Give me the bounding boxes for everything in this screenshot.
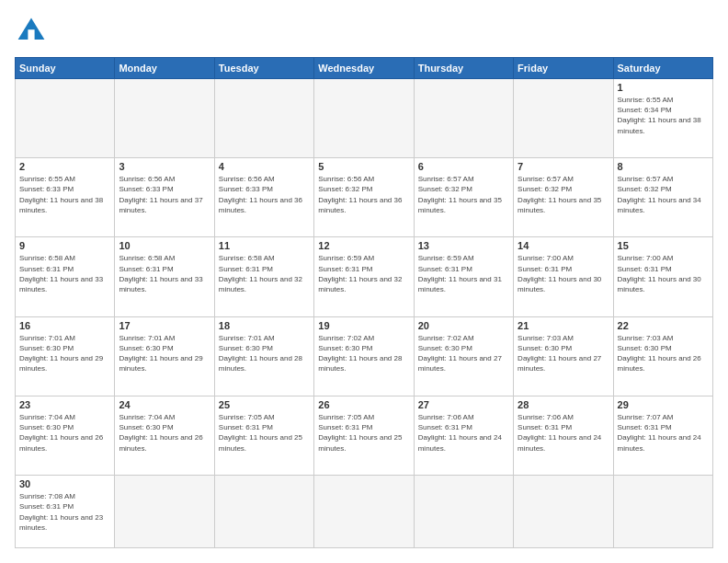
- day-info: Sunrise: 7:06 AMSunset: 6:31 PMDaylight:…: [518, 412, 609, 454]
- day-info: Sunrise: 7:07 AMSunset: 6:31 PMDaylight:…: [618, 412, 709, 454]
- calendar-cell: 21Sunrise: 7:03 AMSunset: 6:30 PMDayligh…: [514, 316, 613, 396]
- logo-icon: [15, 15, 48, 48]
- day-info: Sunrise: 7:04 AMSunset: 6:30 PMDaylight:…: [119, 412, 210, 454]
- calendar-cell: [414, 476, 513, 548]
- calendar-cell: 26Sunrise: 7:05 AMSunset: 6:31 PMDayligh…: [314, 396, 414, 475]
- calendar-cell: 20Sunrise: 7:02 AMSunset: 6:30 PMDayligh…: [414, 316, 513, 396]
- calendar-cell: 15Sunrise: 7:00 AMSunset: 6:31 PMDayligh…: [613, 237, 712, 316]
- day-info: Sunrise: 6:58 AMSunset: 6:31 PMDaylight:…: [19, 253, 110, 294]
- calendar-cell: 7Sunrise: 6:57 AMSunset: 6:32 PMDaylight…: [514, 158, 613, 237]
- day-number: 28: [518, 399, 609, 410]
- day-info: Sunrise: 7:01 AMSunset: 6:30 PMDaylight:…: [219, 333, 310, 374]
- calendar-cell: [115, 79, 214, 158]
- svg-rect-1: [28, 29, 34, 41]
- calendar-cell: 2Sunrise: 6:55 AMSunset: 6:33 PMDaylight…: [16, 158, 115, 237]
- day-number: 16: [19, 320, 110, 331]
- day-info: Sunrise: 7:03 AMSunset: 6:30 PMDaylight:…: [518, 333, 609, 374]
- day-info: Sunrise: 7:01 AMSunset: 6:30 PMDaylight:…: [19, 333, 110, 374]
- day-number: 29: [618, 399, 709, 410]
- calendar-week-4: 23Sunrise: 7:04 AMSunset: 6:30 PMDayligh…: [16, 396, 713, 475]
- day-number: 11: [219, 240, 310, 251]
- calendar-cell: 9Sunrise: 6:58 AMSunset: 6:31 PMDaylight…: [16, 237, 115, 316]
- day-info: Sunrise: 6:55 AMSunset: 6:34 PMDaylight:…: [618, 95, 709, 136]
- calendar-cell: 11Sunrise: 6:58 AMSunset: 6:31 PMDayligh…: [214, 237, 313, 316]
- day-number: 22: [618, 320, 709, 331]
- calendar-week-2: 9Sunrise: 6:58 AMSunset: 6:31 PMDaylight…: [16, 237, 713, 316]
- calendar-cell: 1Sunrise: 6:55 AMSunset: 6:34 PMDaylight…: [613, 79, 712, 158]
- calendar-cell: [314, 79, 414, 158]
- day-number: 4: [219, 161, 310, 172]
- calendar-cell: 17Sunrise: 7:01 AMSunset: 6:30 PMDayligh…: [115, 316, 214, 396]
- calendar-cell: 19Sunrise: 7:02 AMSunset: 6:30 PMDayligh…: [314, 316, 414, 396]
- calendar-week-5: 30Sunrise: 7:08 AMSunset: 6:31 PMDayligh…: [16, 476, 713, 548]
- day-number: 12: [318, 240, 409, 251]
- day-info: Sunrise: 7:05 AMSunset: 6:31 PMDaylight:…: [219, 412, 310, 454]
- day-info: Sunrise: 7:00 AMSunset: 6:31 PMDaylight:…: [618, 253, 709, 294]
- calendar-cell: 24Sunrise: 7:04 AMSunset: 6:30 PMDayligh…: [115, 396, 214, 475]
- header: [15, 15, 713, 48]
- calendar-cell: 8Sunrise: 6:57 AMSunset: 6:32 PMDaylight…: [613, 158, 712, 237]
- logo: [15, 15, 51, 48]
- calendar-cell: 3Sunrise: 6:56 AMSunset: 6:33 PMDaylight…: [115, 158, 214, 237]
- calendar-cell: 13Sunrise: 6:59 AMSunset: 6:31 PMDayligh…: [414, 237, 513, 316]
- day-header-tuesday: Tuesday: [214, 58, 313, 79]
- day-number: 18: [219, 320, 310, 331]
- day-number: 15: [618, 240, 709, 251]
- day-info: Sunrise: 7:01 AMSunset: 6:30 PMDaylight:…: [119, 333, 210, 374]
- calendar-table: SundayMondayTuesdayWednesdayThursdayFrid…: [15, 57, 713, 548]
- calendar-cell: [514, 79, 613, 158]
- day-info: Sunrise: 6:57 AMSunset: 6:32 PMDaylight:…: [618, 174, 709, 215]
- calendar-week-3: 16Sunrise: 7:01 AMSunset: 6:30 PMDayligh…: [16, 316, 713, 396]
- day-header-wednesday: Wednesday: [314, 58, 414, 79]
- day-info: Sunrise: 7:00 AMSunset: 6:31 PMDaylight:…: [518, 253, 609, 294]
- calendar-cell: [414, 79, 513, 158]
- day-info: Sunrise: 6:56 AMSunset: 6:33 PMDaylight:…: [119, 174, 210, 215]
- calendar-cell: [214, 79, 313, 158]
- calendar-cell: 25Sunrise: 7:05 AMSunset: 6:31 PMDayligh…: [214, 396, 313, 475]
- day-header-friday: Friday: [514, 58, 613, 79]
- day-number: 5: [318, 161, 409, 172]
- calendar-cell: 18Sunrise: 7:01 AMSunset: 6:30 PMDayligh…: [214, 316, 313, 396]
- calendar-cell: 4Sunrise: 6:56 AMSunset: 6:33 PMDaylight…: [214, 158, 313, 237]
- day-info: Sunrise: 6:56 AMSunset: 6:32 PMDaylight:…: [318, 174, 409, 215]
- day-info: Sunrise: 6:59 AMSunset: 6:31 PMDaylight:…: [418, 253, 509, 294]
- day-number: 25: [219, 399, 310, 410]
- calendar-cell: 14Sunrise: 7:00 AMSunset: 6:31 PMDayligh…: [514, 237, 613, 316]
- calendar-cell: [16, 79, 115, 158]
- day-info: Sunrise: 7:06 AMSunset: 6:31 PMDaylight:…: [418, 412, 509, 454]
- day-number: 2: [19, 161, 110, 172]
- calendar-cell: [214, 476, 313, 548]
- day-number: 21: [518, 320, 609, 331]
- page: SundayMondayTuesdayWednesdayThursdayFrid…: [0, 0, 728, 563]
- calendar-cell: 16Sunrise: 7:01 AMSunset: 6:30 PMDayligh…: [16, 316, 115, 396]
- day-number: 10: [119, 240, 210, 251]
- day-number: 26: [318, 399, 409, 410]
- calendar-cell: 10Sunrise: 6:58 AMSunset: 6:31 PMDayligh…: [115, 237, 214, 316]
- day-info: Sunrise: 6:58 AMSunset: 6:31 PMDaylight:…: [219, 253, 310, 294]
- day-header-thursday: Thursday: [414, 58, 513, 79]
- calendar-cell: 5Sunrise: 6:56 AMSunset: 6:32 PMDaylight…: [314, 158, 414, 237]
- calendar-cell: 12Sunrise: 6:59 AMSunset: 6:31 PMDayligh…: [314, 237, 414, 316]
- calendar-cell: [613, 476, 712, 548]
- day-info: Sunrise: 7:03 AMSunset: 6:30 PMDaylight:…: [618, 333, 709, 374]
- day-number: 1: [618, 82, 709, 93]
- day-info: Sunrise: 7:02 AMSunset: 6:30 PMDaylight:…: [318, 333, 409, 374]
- day-number: 20: [418, 320, 509, 331]
- calendar-week-0: 1Sunrise: 6:55 AMSunset: 6:34 PMDaylight…: [16, 79, 713, 158]
- day-info: Sunrise: 7:05 AMSunset: 6:31 PMDaylight:…: [318, 412, 409, 454]
- calendar-week-1: 2Sunrise: 6:55 AMSunset: 6:33 PMDaylight…: [16, 158, 713, 237]
- day-header-monday: Monday: [115, 58, 214, 79]
- day-info: Sunrise: 6:56 AMSunset: 6:33 PMDaylight:…: [219, 174, 310, 215]
- calendar-cell: 28Sunrise: 7:06 AMSunset: 6:31 PMDayligh…: [514, 396, 613, 475]
- day-number: 3: [119, 161, 210, 172]
- calendar-header-row: SundayMondayTuesdayWednesdayThursdayFrid…: [16, 58, 713, 79]
- calendar-cell: [314, 476, 414, 548]
- calendar-cell: 29Sunrise: 7:07 AMSunset: 6:31 PMDayligh…: [613, 396, 712, 475]
- day-number: 14: [518, 240, 609, 251]
- day-info: Sunrise: 6:59 AMSunset: 6:31 PMDaylight:…: [318, 253, 409, 294]
- day-info: Sunrise: 7:08 AMSunset: 6:31 PMDaylight:…: [19, 491, 110, 533]
- day-header-sunday: Sunday: [16, 58, 115, 79]
- calendar-cell: [514, 476, 613, 548]
- calendar-cell: 6Sunrise: 6:57 AMSunset: 6:32 PMDaylight…: [414, 158, 513, 237]
- calendar-cell: 30Sunrise: 7:08 AMSunset: 6:31 PMDayligh…: [16, 476, 115, 548]
